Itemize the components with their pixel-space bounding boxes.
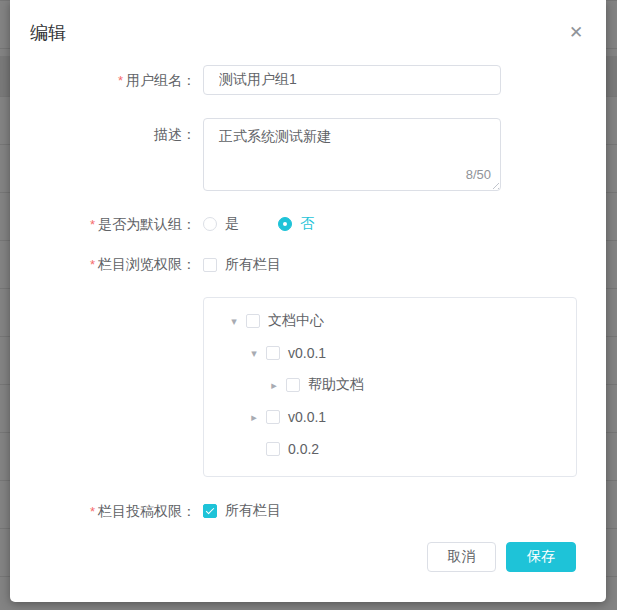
default-group-label: *是否为默认组： [10,216,196,233]
default-group-radio-group: 是 否 [203,210,314,238]
post-all-label[interactable]: 所有栏目 [225,502,281,520]
description-field-wrap: 正式系统测试新建 8/50 [203,118,501,191]
tree-node-checkbox[interactable] [266,346,280,360]
tree-node[interactable]: ▸ 帮助文档 [204,369,576,401]
tree-node[interactable]: ▸ v0.0.1 [204,401,576,433]
post-all-checkbox-row[interactable]: 所有栏目 [203,502,281,520]
description-textarea[interactable]: 正式系统测试新建 [203,118,501,191]
edit-dialog: 编辑 ✕ *用户组名： 描述： 正式系统测试新建 8/50 *是否为默认组： 是… [10,0,606,602]
char-counter: 8/50 [462,167,491,182]
tree-expand-icon[interactable]: ▾ [248,347,260,360]
tree-expand-icon[interactable]: ▸ [268,379,280,392]
required-mark: * [118,73,123,88]
description-label: 描述： [10,126,196,142]
cancel-button[interactable]: 取消 [427,542,496,572]
tree-node-checkbox[interactable] [286,378,300,392]
tree-node-label[interactable]: 0.0.2 [288,441,319,457]
browse-all-checkbox-row[interactable]: 所有栏目 [203,256,281,274]
radio-yes-label[interactable]: 是 [225,215,239,233]
radio-circle-icon[interactable] [203,217,217,231]
tree-expand-icon[interactable]: ▾ [228,315,240,328]
tree-node-label[interactable]: 帮助文档 [308,376,364,394]
tree-expand-icon[interactable]: ▸ [248,411,260,424]
group-name-label: *用户组名： [10,72,196,89]
radio-circle-icon[interactable] [278,217,292,231]
tree-node-label[interactable]: 文档中心 [268,312,324,330]
browse-all-checkbox[interactable] [203,258,217,272]
group-name-input[interactable] [203,65,501,95]
permission-tree: ▾ 文档中心 ▾ v0.0.1 ▸ 帮助文档 ▸ v0.0.1 0.0.2 [203,297,577,477]
save-button[interactable]: 保存 [506,542,576,572]
tree-node-checkbox[interactable] [246,314,260,328]
close-icon[interactable]: ✕ [566,23,586,43]
browse-all-label[interactable]: 所有栏目 [225,256,281,274]
radio-yes[interactable]: 是 [203,215,239,233]
post-permission-label: *栏目投稿权限： [10,503,196,520]
tree-node-label[interactable]: v0.0.1 [288,409,326,425]
radio-no-label[interactable]: 否 [300,215,314,233]
required-mark: * [90,217,95,232]
radio-no[interactable]: 否 [278,215,314,233]
tree-node-checkbox[interactable] [266,410,280,424]
page-background: 编辑 ✕ *用户组名： 描述： 正式系统测试新建 8/50 *是否为默认组： 是… [0,0,617,610]
tree-node-label[interactable]: v0.0.1 [288,345,326,361]
browse-permission-label: *栏目浏览权限： [10,256,196,273]
required-mark: * [90,504,95,519]
tree-node[interactable]: ▾ 文档中心 [204,305,576,337]
tree-node[interactable]: ▾ v0.0.1 [204,337,576,369]
post-all-checkbox[interactable] [203,504,217,518]
required-mark: * [90,257,95,272]
dialog-title: 编辑 [30,22,66,44]
tree-node-checkbox[interactable] [266,442,280,456]
tree-node[interactable]: 0.0.2 [204,433,576,465]
